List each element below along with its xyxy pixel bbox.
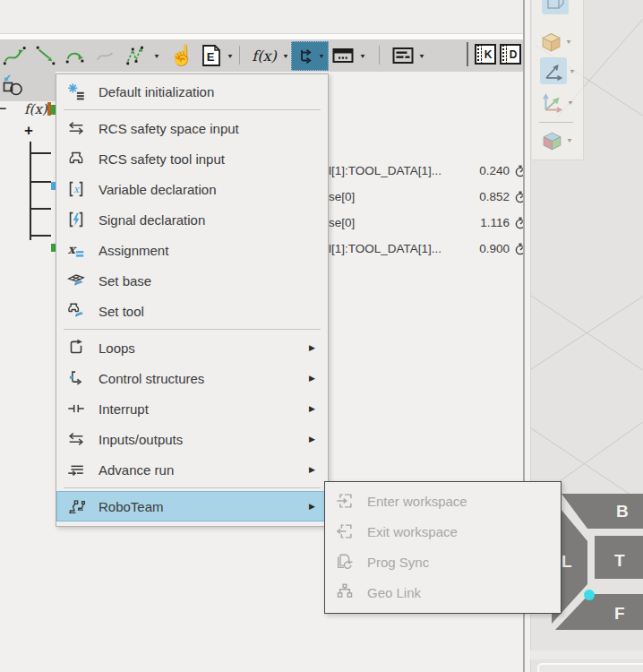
program-row[interactable]: se[0] 0.852: [329, 184, 526, 210]
set-base-icon: [65, 270, 87, 291]
shaded-cube-caret[interactable]: ▼: [565, 39, 572, 46]
view-cube-mode-button[interactable]: [542, 0, 569, 14]
menu-item-signal-declaration[interactable]: Signal declaration: [56, 204, 328, 235]
ribbon-empty-strip: [0, 0, 525, 34]
logic-branch-icon: [296, 46, 317, 67]
menu-item-label: RCS safety tool input: [99, 151, 319, 167]
shaded-cube-button[interactable]: ▼: [539, 30, 572, 54]
svg-text:x: x: [73, 184, 81, 195]
menu-item-default-initialization[interactable]: Default initialization: [56, 76, 328, 107]
menu-item-advance-run[interactable]: Advance run ▶: [56, 454, 328, 485]
view-cube-label-back: B: [616, 502, 629, 521]
tree-collapse-toggle[interactable]: −: [0, 99, 7, 118]
geometry-select-icon: [2, 74, 25, 98]
triad-button[interactable]: ▼: [540, 90, 574, 115]
logic-dropdown-caret[interactable]: ▼: [319, 53, 325, 59]
program-row[interactable]: se[0] 1.116: [329, 210, 526, 236]
submenu-arrow-icon: ▶: [309, 502, 319, 511]
krl-editor-button[interactable]: K: [475, 44, 496, 65]
geo-link-icon: [334, 582, 356, 603]
prog-sync-icon: [334, 551, 356, 573]
enter-workspace-icon: [334, 490, 356, 512]
fx-inline-form-button[interactable]: f(x): [249, 39, 279, 72]
ptp-dropdown-caret[interactable]: ▼: [150, 42, 163, 70]
menu-item-label: RoboTeam: [99, 499, 297, 514]
menu-item-label: Variable declaration: [99, 182, 319, 197]
form-view-button[interactable]: [390, 39, 416, 72]
menu-item-rcs-safety-tool-input[interactable]: RCS safety tool input: [56, 143, 328, 174]
submenu-item-enter-workspace: Enter workspace: [325, 486, 561, 516]
row-duration: 0.900: [479, 242, 510, 255]
linear-motion-icon: [34, 44, 57, 67]
menu-item-control-structures[interactable]: Control structures ▶: [56, 363, 328, 393]
menu-separator: [64, 329, 321, 330]
toolbar-separator: [379, 46, 380, 65]
frame-display-button[interactable]: ▼: [540, 57, 576, 84]
menu-item-roboteam[interactable]: RoboTeam ▶: [56, 491, 328, 521]
application-window: ▼ ☝ E ▼ f(x) ▼ ▼ ▼: [0, 0, 643, 672]
orientation-cube-button[interactable]: ▼: [540, 128, 573, 152]
default-initialization-icon: [65, 81, 87, 102]
inline-table-button[interactable]: [330, 39, 356, 72]
e-document-caret[interactable]: ▼: [224, 42, 236, 70]
row-name: l[1]:TOOL_DATA[1]...: [329, 242, 472, 255]
menu-item-set-tool[interactable]: Set tool: [56, 296, 328, 326]
roboteam-submenu: Enter workspace Exit workspace: [324, 481, 562, 614]
linear-motion-button[interactable]: [32, 39, 59, 72]
spline-motion-button[interactable]: [0, 39, 29, 72]
roboteam-icon: [65, 495, 87, 517]
menu-item-variable-declaration[interactable]: x Variable declaration: [56, 174, 328, 204]
logic-commands-button-selected[interactable]: ▼: [291, 41, 329, 71]
view-cube-corner-dot[interactable]: [584, 590, 595, 600]
shaded-cube-icon: [539, 30, 563, 54]
dat-editor-button[interactable]: D: [500, 44, 521, 65]
menu-item-label: Control structures: [99, 371, 297, 386]
menu-item-loops[interactable]: Loops ▶: [56, 332, 328, 363]
tree-branch-line: [30, 235, 51, 237]
grab-hand-icon: ☝: [169, 46, 193, 65]
row-duration: 0.240: [479, 164, 510, 177]
submenu-arrow-icon: ▶: [309, 465, 319, 474]
svg-text:E: E: [207, 50, 215, 64]
orientation-cube-caret[interactable]: ▼: [566, 137, 573, 144]
set-tool-icon: [65, 300, 87, 322]
triad-caret[interactable]: ▼: [567, 99, 574, 106]
menu-item-rcs-safety-space-input[interactable]: RCS safety space input: [56, 113, 328, 143]
menu-item-set-base[interactable]: Set base: [56, 265, 328, 296]
menu-item-inputs-outputs[interactable]: Inputs/outputs ▶: [56, 424, 328, 454]
inline-table-caret[interactable]: ▼: [356, 42, 369, 70]
advance-run-icon: [65, 459, 87, 480]
assignment-icon: x: [65, 239, 87, 261]
ptp-motion-icon: [124, 44, 148, 67]
inline-table-icon: [331, 44, 355, 67]
orientation-cube-icon: [540, 128, 564, 152]
logic-commands-menu: Default initialization RCS safety space …: [56, 73, 329, 527]
loop-icon: [65, 337, 87, 358]
menu-item-interrupt[interactable]: Interrupt ▶: [56, 393, 328, 424]
program-row-list: l[1]:TOOL_DATA[1]... 0.240 se[0] 0.852 s…: [329, 158, 526, 262]
toolbar-separator: [239, 46, 240, 65]
tree-fx-node-label: f(x): [24, 101, 47, 117]
spline-motion-icon: [3, 44, 26, 67]
e-document-button[interactable]: E: [199, 39, 224, 72]
menu-item-assignment[interactable]: x Assignment: [56, 235, 328, 265]
submenu-item-label: Enter workspace: [367, 494, 552, 509]
form-view-caret[interactable]: ▼: [416, 42, 428, 70]
tree-expand-toggle[interactable]: +: [21, 122, 36, 140]
wire-cube-icon: [544, 0, 566, 12]
menu-item-label: Signal declaration: [99, 212, 319, 228]
submenu-item-label: Exit workspace: [367, 524, 552, 539]
submenu-arrow-icon: ▶: [309, 404, 319, 413]
tree-branch-line: [30, 152, 51, 154]
row-name: se[0]: [329, 216, 473, 229]
menu-separator: [64, 109, 321, 110]
fx-dropdown-caret[interactable]: ▼: [279, 42, 292, 70]
program-row[interactable]: l[1]:TOOL_DATA[1]... 0.240: [329, 158, 526, 184]
ptp-motion-button[interactable]: [122, 39, 150, 72]
axes-icon: [540, 57, 567, 84]
geometry-select-button[interactable]: [2, 74, 25, 98]
program-row[interactable]: l[1]:TOOL_DATA[1]... 0.900: [329, 236, 526, 262]
frame-display-caret[interactable]: ▼: [569, 67, 576, 74]
circular-motion-button[interactable]: [61, 39, 90, 72]
menu-item-label: Interrupt: [99, 401, 297, 417]
